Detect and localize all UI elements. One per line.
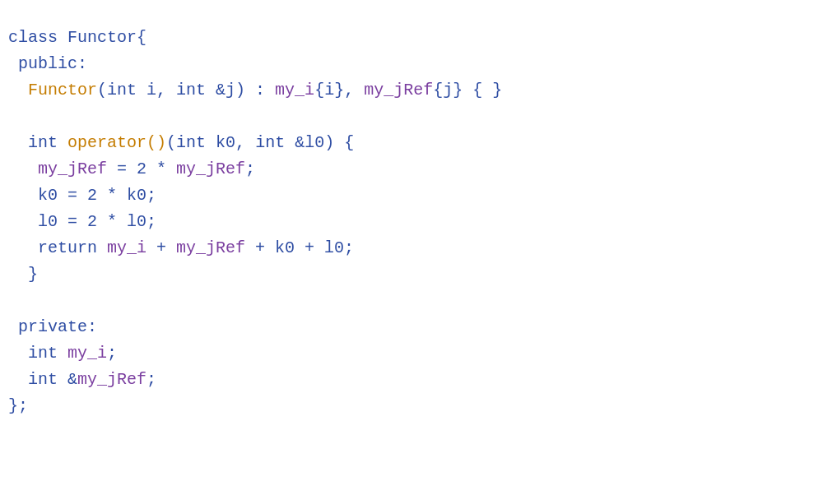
code-line-1: class Functor{	[8, 25, 815, 51]
code-line-14: int &my_jRef;	[8, 367, 815, 393]
code-line-12: private:	[8, 314, 815, 340]
code-line-5: int operator()(int k0, int &l0) {	[8, 130, 815, 156]
code-block: class Functor{ public: Functor(int i, in…	[8, 16, 815, 428]
code-line-3: Functor(int i, int &j) : my_i{i}, my_jRe…	[8, 77, 815, 104]
code-line-10: }	[8, 261, 815, 288]
code-line-11	[8, 288, 815, 314]
code-line-9: return my_i + my_jRef + k0 + l0;	[8, 235, 815, 261]
code-line-7: k0 = 2 * k0;	[8, 183, 815, 209]
code-line-4	[8, 104, 815, 130]
code-line-8: l0 = 2 * l0;	[8, 209, 815, 235]
code-line-2: public:	[8, 51, 815, 77]
code-line-13: int my_i;	[8, 340, 815, 367]
code-line-15: };	[8, 393, 815, 419]
code-line-6: my_jRef = 2 * my_jRef;	[8, 156, 815, 183]
